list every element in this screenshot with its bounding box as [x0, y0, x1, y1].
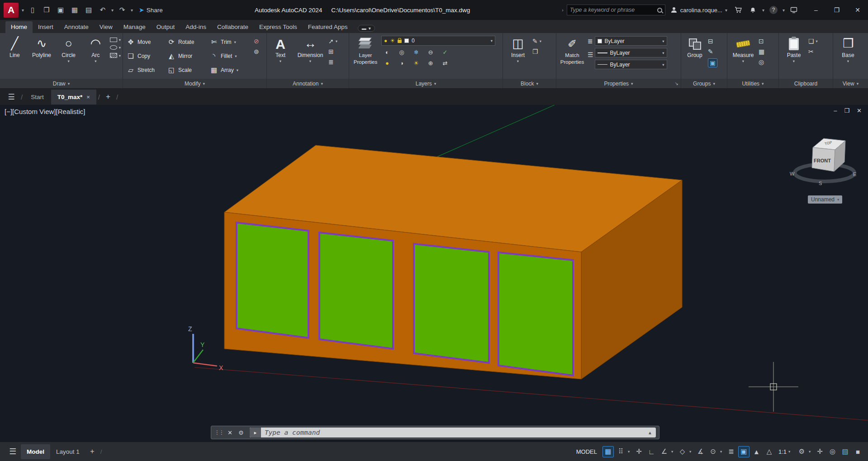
- chevron-down-icon[interactable]: ▾: [847, 59, 849, 63]
- share-button[interactable]: ➤ Share: [139, 6, 163, 14]
- auto-scale-icon[interactable]: △: [764, 446, 775, 457]
- tab-start[interactable]: Start: [24, 90, 50, 105]
- lineweight-dropdown[interactable]: ByLayer ▾: [595, 48, 667, 57]
- window-4[interactable]: [498, 252, 573, 375]
- hatch-button[interactable]: ▾: [110, 53, 121, 58]
- tab-home[interactable]: Home: [5, 21, 33, 33]
- id-point-button[interactable]: ◎: [759, 58, 764, 66]
- object-snap-tracking-icon[interactable]: ∡: [695, 446, 706, 457]
- make-current-icon[interactable]: ✓: [440, 48, 450, 57]
- chevron-down-icon[interactable]: ▾: [119, 53, 121, 58]
- app-menu-chevron-icon[interactable]: ▾: [22, 8, 24, 13]
- file-tabs-menu-icon[interactable]: ☰: [4, 92, 19, 102]
- chevron-down-icon[interactable]: ▾: [234, 40, 236, 44]
- viewport-controls-label[interactable]: [−][Custom View][Realistic]: [5, 108, 85, 115]
- ellipse-button[interactable]: ▾: [110, 45, 121, 50]
- close-command-line-icon[interactable]: ✕: [228, 429, 232, 436]
- search-icon[interactable]: [657, 8, 662, 13]
- desktop-app-icon[interactable]: [788, 6, 800, 14]
- tab-annotate[interactable]: Annotate: [59, 21, 94, 33]
- save-icon[interactable]: ▣: [55, 6, 66, 14]
- add-layout-button[interactable]: +: [85, 447, 99, 456]
- layer-lock-icon[interactable]: [398, 40, 402, 43]
- new-file-icon[interactable]: ▯: [27, 6, 38, 14]
- chevron-down-icon[interactable]: ▾: [237, 68, 238, 72]
- trim-button[interactable]: ✄ Trim ▾: [208, 38, 252, 46]
- infer-constraints-icon[interactable]: ✛: [633, 446, 645, 457]
- workspace-switching-icon[interactable]: ⚙: [796, 446, 807, 457]
- properties-palette-button[interactable]: ☰: [588, 51, 593, 58]
- chevron-down-icon[interactable]: ▾: [662, 51, 664, 55]
- tab-output[interactable]: Output: [151, 21, 180, 33]
- grid-display-icon[interactable]: ▦: [602, 446, 614, 457]
- polar-tracking-icon[interactable]: ∠: [659, 446, 670, 457]
- utilities-panel-label[interactable]: Utilities ▾: [727, 79, 778, 88]
- layer-on-icon[interactable]: ●: [382, 58, 392, 67]
- mirror-button[interactable]: ◭ Mirror: [166, 52, 208, 60]
- annotation-scale-button[interactable]: 1:1 ▾: [776, 448, 795, 455]
- command-line-dock[interactable]: ⋮⋮ ✕ ⚙ ▸ ▲: [211, 426, 659, 439]
- object-snap-icon[interactable]: ⊙: [707, 446, 719, 457]
- customize-wrench-icon[interactable]: ⚙: [237, 428, 246, 437]
- quick-calculator-button[interactable]: ▦: [759, 48, 764, 55]
- group-button[interactable]: Group: [683, 35, 707, 58]
- chevron-down-icon[interactable]: ▾: [540, 39, 541, 43]
- annotation-panel-label[interactable]: Annotation ▾: [267, 79, 349, 88]
- annotation-monitor-icon[interactable]: ✛: [814, 446, 825, 457]
- layer-freeze-icon[interactable]: ❄: [411, 48, 421, 57]
- tab-drawing-t0max[interactable]: T0_max* ×: [51, 90, 96, 105]
- layer-unisolate-icon[interactable]: ◑: [397, 58, 407, 67]
- chevron-down-icon[interactable]: ▾: [837, 197, 839, 202]
- named-view-badge[interactable]: Unnamed ▾: [808, 195, 842, 204]
- layer-unlock-icon[interactable]: ⊕: [426, 58, 436, 67]
- chevron-down-icon[interactable]: ▾: [119, 38, 121, 42]
- tab-featured-apps[interactable]: Featured Apps: [303, 21, 353, 33]
- help-chevron-icon[interactable]: ▾: [783, 8, 785, 13]
- offset-button[interactable]: ⊚: [254, 48, 259, 55]
- window-maximize-button[interactable]: ❐: [826, 0, 847, 20]
- ungroup-button[interactable]: ⊟: [708, 38, 717, 45]
- leader-button[interactable]: ➚ ▾: [328, 38, 337, 45]
- snap-mode-icon[interactable]: ⠿: [615, 446, 626, 457]
- group-edit-button[interactable]: ✎: [708, 48, 717, 55]
- array-button[interactable]: ▦ Array ▾: [208, 66, 252, 74]
- dock-grip-handle[interactable]: ⋮⋮: [214, 429, 223, 436]
- line-button[interactable]: ╱ Line: [2, 35, 28, 58]
- autocad-app-button[interactable]: A: [4, 3, 19, 18]
- layers-panel-label[interactable]: Layers ▾: [349, 79, 503, 88]
- polar-chevron-icon[interactable]: ▾: [671, 449, 675, 454]
- plot-icon[interactable]: ▤: [83, 6, 94, 14]
- chevron-down-icon[interactable]: ▾: [662, 39, 664, 43]
- model-canvas[interactable]: Z Y X FRONT TOP W S E: [0, 105, 868, 442]
- chevron-down-icon[interactable]: ▾: [119, 45, 121, 50]
- quick-select-button[interactable]: ⊡: [759, 38, 764, 45]
- draw-panel-label[interactable]: Draw ▾: [0, 79, 123, 88]
- view-panel-label[interactable]: View ▾: [833, 79, 868, 88]
- chevron-down-icon[interactable]: ▾: [491, 38, 493, 43]
- notifications-bell-icon[interactable]: [747, 7, 759, 14]
- block-panel-label[interactable]: Block ▾: [503, 79, 556, 88]
- layer-off-icon[interactable]: ◐: [382, 48, 392, 57]
- erase-button[interactable]: ⊘: [254, 38, 259, 45]
- tab-view[interactable]: View: [94, 21, 118, 33]
- properties-dialog-launcher-icon[interactable]: ↘: [675, 81, 678, 86]
- search-input[interactable]: [570, 7, 655, 13]
- object-color-dropdown[interactable]: ByLayer ▾: [595, 36, 667, 46]
- model-tab[interactable]: Model: [21, 444, 50, 459]
- group-selection-toggle[interactable]: ▣: [708, 58, 717, 67]
- layer-match-icon[interactable]: ⇄: [440, 58, 450, 67]
- ortho-mode-icon[interactable]: ∟: [646, 446, 657, 457]
- layer-dropdown[interactable]: ● ☀ 0 ▾: [381, 36, 495, 46]
- chevron-down-icon[interactable]: ▾: [662, 62, 664, 67]
- command-input[interactable]: [261, 429, 644, 436]
- edit-attribute-button[interactable]: ✎ ▾: [532, 38, 541, 45]
- scale-button[interactable]: ◱ Scale: [166, 66, 208, 74]
- close-tab-icon[interactable]: ×: [86, 94, 90, 100]
- window-1[interactable]: [237, 223, 308, 338]
- chevron-down-icon[interactable]: ▾: [816, 39, 818, 43]
- circle-button[interactable]: ○ Circle ▾: [56, 35, 81, 64]
- measure-button[interactable]: Measure ▾: [729, 35, 757, 64]
- chevron-down-icon[interactable]: ▾: [68, 59, 70, 63]
- command-input-field[interactable]: ▸ ▲: [250, 428, 656, 437]
- search-expand-icon[interactable]: ›: [562, 8, 563, 13]
